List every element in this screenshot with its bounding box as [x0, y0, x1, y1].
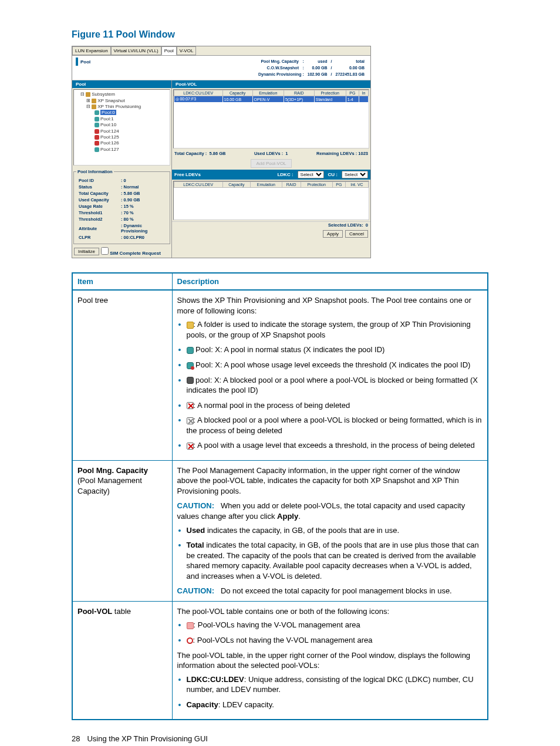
pool-normal-icon — [187, 347, 194, 354]
cancel-button[interactable]: Cancel — [345, 230, 368, 238]
free-ldevs-bar: Free LDEVs LDKC : Select CU : Select — [172, 170, 370, 180]
pool-deleting-icon — [187, 402, 194, 409]
col-description: Description — [172, 273, 488, 290]
pool-information-panel: Pool Information Pool ID: 0 Status: Norm… — [73, 169, 170, 244]
table-row[interactable]: ◎ 00:07:F310.00 GBOPEN-V5(3D+1P)Standard… — [174, 96, 369, 103]
pool-title: Pool — [76, 58, 90, 66]
pool-tree[interactable]: ⊟ Subsystem ⊞ XP Snapshot ⊟ XP Thin Prov… — [73, 89, 170, 166]
pool-blocked-deleting-icon — [187, 417, 194, 424]
poolvol-novvol-icon — [187, 637, 193, 644]
figure-title: Figure 11 Pool Window — [72, 29, 488, 40]
table-row: Pool Mng. Capacity (Pool Management Capa… — [72, 460, 488, 601]
poolvol-stats: Total Capacity : 5.86 GB Used LDEVs : 1 … — [172, 150, 370, 157]
tab-vvol[interactable]: V-VOL — [177, 46, 197, 55]
table-row: Pool-VOL table The pool-VOL table contai… — [72, 601, 488, 720]
poolvol-header: Pool-VOL — [172, 80, 370, 88]
sim-complete-checkbox[interactable]: SIM Complete Request — [101, 247, 161, 256]
poolvol-table[interactable]: LDKC:CU:LDEVCapacityEmulationRAIDProtect… — [173, 89, 369, 148]
apply-button[interactable]: Apply — [323, 230, 343, 238]
poolvol-vvol-icon — [187, 622, 194, 629]
initialize-button[interactable]: Initialize — [74, 248, 99, 255]
pool-threshold-deleting-icon — [187, 443, 194, 450]
ldkc-select[interactable]: Select — [298, 171, 324, 178]
col-item: Item — [72, 273, 172, 290]
cu-select[interactable]: Select — [342, 171, 368, 178]
table-row: Pool tree Shows the XP Thin Provisioning… — [72, 290, 488, 460]
tabs-row: LUN Expansion Virtual LVI/LUN (VLL) Pool… — [72, 46, 370, 56]
pool-threshold-icon — [187, 362, 194, 369]
add-poolvol-button: Add Pool-VOL — [251, 159, 291, 168]
tab-lun-expansion[interactable]: LUN Expansion — [72, 46, 111, 55]
tab-vll[interactable]: Virtual LVI/LUN (VLL) — [111, 46, 161, 55]
selected-ldevs-label: Selected LDEVs: 0 — [172, 221, 370, 228]
pool-tree-header: Pool — [72, 80, 171, 88]
pool-blocked-icon — [187, 377, 194, 384]
free-ldevs-table[interactable]: LDKC:CU:LDEVCapacityEmulationRAIDProtect… — [173, 181, 369, 220]
folder-icon — [187, 322, 194, 329]
pool-window-screenshot: LUN Expansion Virtual LVI/LUN (VLL) Pool… — [72, 46, 371, 258]
tab-pool[interactable]: Pool — [161, 46, 177, 55]
page-footer: 28Using the XP Thin Provisioning GUI — [72, 734, 488, 743]
pool-mng-capacity-header: Pool Mng. Capacity:used/total C.O.W.Snap… — [256, 58, 367, 78]
description-table: Item Description Pool tree Shows the XP … — [72, 272, 488, 720]
